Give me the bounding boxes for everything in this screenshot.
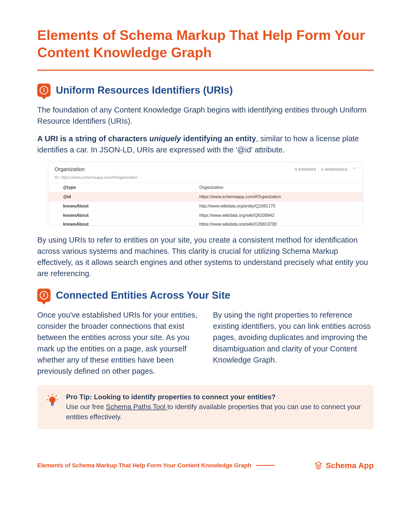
section-1-p2: A URI is a string of characters uniquely… xyxy=(37,133,374,155)
section-2-title: Connected Entities Across Your Site xyxy=(56,290,230,301)
table-key: @type xyxy=(48,183,193,192)
table-row: knowsAbout https://www.wikidata.org/wiki… xyxy=(48,220,363,226)
table-header: Organization 0 ERRORS 0 WARNINGS ⌃ xyxy=(48,162,363,174)
svg-line-1 xyxy=(48,395,49,397)
section-2-columns: Once you've established URIs for your en… xyxy=(37,309,374,376)
lightbulb-icon xyxy=(45,393,60,408)
table-status: 0 ERRORS 0 WARNINGS ⌃ xyxy=(295,167,356,172)
svg-point-5 xyxy=(49,397,56,403)
badge-1: 1 xyxy=(37,84,51,97)
schema-paths-link[interactable]: Schema Paths Tool xyxy=(106,403,167,411)
table-org-label: Organization xyxy=(55,166,85,172)
table-id: ID: https://www.schemaapp.com/#Organizat… xyxy=(48,174,363,183)
table-row: @id https://www.schemaapp.com/#Organizat… xyxy=(48,192,363,202)
table-row: @type Organization xyxy=(48,183,363,192)
section-1-title: Uniform Resources Identifiers (URIs) xyxy=(56,85,233,96)
table-val: https://www.schemaapp.com/#Organization xyxy=(193,192,363,201)
section-1-p1: The foundation of any Content Knowledge … xyxy=(37,104,374,127)
section-2-head: 2 Connected Entities Across Your Site xyxy=(37,289,374,302)
title-rule xyxy=(37,70,374,71)
svg-line-2 xyxy=(56,395,57,397)
table-key: @id xyxy=(48,192,193,201)
p2-bolditalic: uniquely xyxy=(149,134,181,143)
errors-count: 0 ERRORS xyxy=(295,167,316,172)
pro-tip-title: Pro Tip: Looking to identify properties … xyxy=(66,392,366,402)
section-2-col2: By using the right properties to referen… xyxy=(213,309,374,376)
pro-tip-pre: Use our free xyxy=(66,403,106,411)
pro-tip-body: Pro Tip: Looking to identify properties … xyxy=(66,392,366,422)
collapse-icon[interactable]: ⌃ xyxy=(352,167,357,172)
page-title: Elements of Schema Markup That Help Form… xyxy=(37,27,374,61)
table-key: knowsAbout xyxy=(48,202,193,211)
section-2-col1: Once you've established URIs for your en… xyxy=(37,309,198,376)
table-val: http://www.wikidata.org/entity/Q1891170 xyxy=(193,202,363,211)
footer-line xyxy=(256,465,275,466)
brand-icon xyxy=(314,461,323,470)
svg-rect-6 xyxy=(51,403,54,404)
brand-name: Schema App xyxy=(326,461,374,470)
page-footer: Elements of Schema Markup That Help Form… xyxy=(37,461,374,470)
svg-rect-7 xyxy=(51,404,54,405)
footer-text: Elements of Schema Markup That Help Form… xyxy=(37,462,251,469)
badge-1-number: 1 xyxy=(40,86,48,94)
p2-bold: A URI is a string of characters xyxy=(37,134,149,143)
table-key: knowsAbout xyxy=(48,220,193,226)
badge-2-number: 2 xyxy=(40,291,48,300)
section-1-head: 1 Uniform Resources Identifiers (URIs) xyxy=(37,84,374,97)
table-row: knowsAbout http://www.wikidata.org/entit… xyxy=(48,202,363,211)
schema-table: Organization 0 ERRORS 0 WARNINGS ⌃ ID: h… xyxy=(48,162,363,226)
pro-tip-box: Pro Tip: Looking to identify properties … xyxy=(37,385,374,429)
table-val: https://www.wikidata.org/wiki/Q26813700 xyxy=(193,220,363,226)
table-row: knowsAbout https://www.wikidata.org/wiki… xyxy=(48,211,363,220)
table-val: https://www.wikidata.org/wiki/Q6108942 xyxy=(193,211,363,220)
table-key: knowsAbout xyxy=(48,211,193,220)
section-1-p3: By using URIs to refer to entities on yo… xyxy=(37,234,374,279)
badge-2: 2 xyxy=(37,289,51,302)
table-val: Organization xyxy=(193,183,363,192)
p2-bold2: identifying an entity xyxy=(181,134,256,143)
warnings-count: 0 WARNINGS xyxy=(321,167,347,172)
brand-logo: Schema App xyxy=(314,461,374,470)
